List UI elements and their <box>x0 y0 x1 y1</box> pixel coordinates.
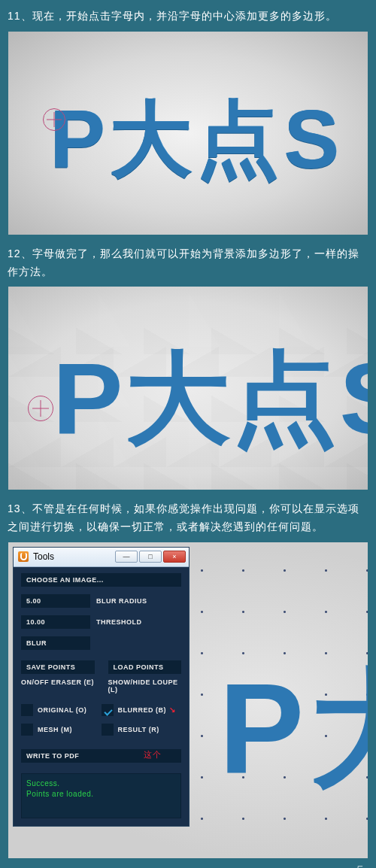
checkbox-icon <box>102 704 114 716</box>
step-11-text: 11、现在，开始点击字母内，并沿字母的中心添加更多的多边形。 <box>0 0 376 32</box>
blur-radius-label: BLUR RADIUS <box>96 597 147 605</box>
step-12-text: 12、字母做完了，那么我们就可以开始为背景添加多边形了，一样的操作方法。 <box>0 238 376 287</box>
logo-text-large: P大点S <box>219 644 368 816</box>
checkbox-icon <box>21 704 33 716</box>
annotation-text: 这个 <box>144 749 161 760</box>
tools-window: Tools — □ × CHOOSE AN IMAGE... 5.00 BLUR… <box>13 547 190 827</box>
eraser-toggle-label: ON/OFF ERASER (E) <box>21 678 95 693</box>
result-toggle[interactable]: RESULT (R) <box>102 724 182 736</box>
choose-image-button[interactable]: CHOOSE AN IMAGE... <box>21 573 181 587</box>
window-titlebar[interactable]: Tools — □ × <box>14 548 189 567</box>
logo-text: P大点S <box>53 332 368 468</box>
blurred-toggle[interactable]: BLURRED (B)↘ <box>102 704 182 716</box>
arrow-icon: ↘ <box>169 706 176 714</box>
loupe-toggle-label: SHOW/HIDE LOUPE (L) <box>108 678 182 693</box>
checkbox-icon <box>21 724 33 736</box>
window-minimize-button[interactable]: — <box>115 551 138 563</box>
window-maximize-button[interactable]: □ <box>139 551 162 563</box>
original-toggle[interactable]: ORIGINAL (O) <box>21 704 102 716</box>
save-points-button[interactable]: SAVE POINTS <box>21 660 95 674</box>
threshold-input[interactable]: 10.00 <box>21 615 90 629</box>
load-points-button[interactable]: LOAD POINTS <box>108 660 182 674</box>
logo-text: P大点S <box>50 84 344 196</box>
checkbox-icon <box>102 724 114 736</box>
figure-11: P大点S <box>8 32 368 235</box>
threshold-label: THRESHOLD <box>96 618 142 626</box>
window-close-button[interactable]: × <box>163 551 186 563</box>
blur-button[interactable]: BLUR <box>21 636 90 650</box>
step-13-text: 13、不管是在任何时候，如果你感觉操作出现问题，你可以在显示选项之间进行切换，以… <box>0 493 376 542</box>
mesh-toggle[interactable]: MESH (M) <box>21 724 102 736</box>
figure-13: P大点S Tools — □ × CHOOSE AN IMAGE... 5.00… <box>8 542 368 858</box>
page-number: - 5 - <box>0 861 376 868</box>
status-console: Success. Points are loaded. <box>21 773 181 818</box>
crosshair-cursor-icon <box>43 108 65 131</box>
blur-radius-input[interactable]: 5.00 <box>21 594 90 608</box>
status-line: Success. <box>26 778 176 789</box>
java-icon <box>18 551 29 562</box>
figure-12: P大点S <box>8 287 368 490</box>
window-title: Tools <box>33 551 115 562</box>
status-line: Points are loaded. <box>26 789 176 800</box>
